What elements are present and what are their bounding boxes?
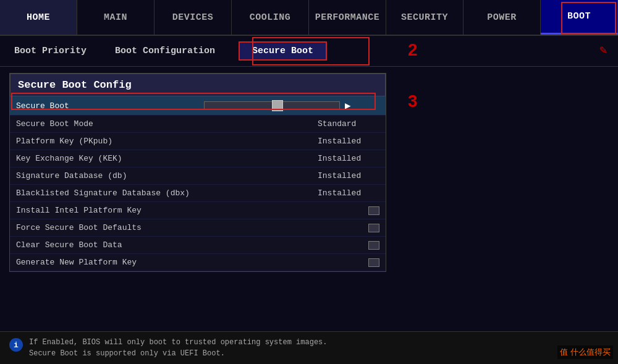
nav-tab-devices[interactable]: Devices xyxy=(154,0,232,35)
install-intel-key-label: Install Intel Platform Key xyxy=(16,206,368,215)
config-row-platform-key[interactable]: Platform Key (PKpub) Installed xyxy=(10,133,386,150)
config-row-secure-boot[interactable]: Secure Boot ▶ xyxy=(10,96,386,116)
info-icon: i xyxy=(9,338,23,352)
config-row-force-defaults[interactable]: Force Secure Boot Defaults xyxy=(10,219,386,237)
pencil-annotation: ✎ xyxy=(599,42,607,57)
blacklisted-db-value: Installed xyxy=(318,188,379,198)
config-row-gen-key[interactable]: Generate New Platform Key xyxy=(10,254,386,271)
platform-key-value: Installed xyxy=(318,137,379,146)
sig-db-value: Installed xyxy=(318,171,379,180)
platform-key-label: Platform Key (PKpub) xyxy=(16,137,318,146)
clear-data-button[interactable] xyxy=(368,241,379,250)
slider-thumb[interactable] xyxy=(272,100,283,111)
secure-boot-label: Secure Boot xyxy=(16,101,198,111)
force-defaults-label: Force Secure Boot Defaults xyxy=(16,223,368,232)
info-line2: Secure Boot is supported only via UEFI B… xyxy=(29,349,225,358)
config-table: Secure Boot Config Secure Boot ▶ Secure … xyxy=(9,73,386,272)
gen-key-button[interactable] xyxy=(368,258,379,267)
sub-navigation: Boot Priority Boot Configuration Secure … xyxy=(0,36,618,67)
kek-label: Key Exchange Key (KEK) xyxy=(16,154,318,163)
secure-boot-mode-value: Standard xyxy=(318,119,379,129)
gen-key-label: Generate New Platform Key xyxy=(16,258,368,267)
nav-tab-security[interactable]: Security xyxy=(386,0,464,35)
config-row-sig-db[interactable]: Signature Database (db) Installed xyxy=(10,167,386,185)
secure-boot-toggle[interactable]: ▶ xyxy=(198,99,379,112)
info-line1: If Enabled, BIOS will only boot to trust… xyxy=(29,338,327,347)
sub-tab-secure-boot[interactable]: Secure Boot xyxy=(239,41,327,61)
slider-track[interactable] xyxy=(204,101,340,110)
nav-tab-cooling[interactable]: Cooling xyxy=(232,0,309,35)
info-text: If Enabled, BIOS will only boot to trust… xyxy=(29,337,327,359)
nav-tab-main[interactable]: Main xyxy=(77,0,154,35)
nav-tab-performance[interactable]: Performance xyxy=(309,0,386,35)
blacklisted-db-label: Blacklisted Signature Database (dbx) xyxy=(16,188,318,198)
cursor-arrow: ▶ xyxy=(345,99,351,112)
main-content: Secure Boot Config Secure Boot ▶ Secure … xyxy=(0,67,618,278)
nav-tab-power[interactable]: Power xyxy=(464,0,541,35)
install-intel-key-button[interactable] xyxy=(368,206,379,215)
nav-tab-home[interactable]: Home xyxy=(0,0,77,35)
config-row-install-intel-key[interactable]: Install Intel Platform Key xyxy=(10,202,386,219)
sub-tab-boot-priority[interactable]: Boot Priority xyxy=(9,43,91,59)
config-row-secure-boot-mode[interactable]: Secure Boot Mode Standard xyxy=(10,116,386,133)
sig-db-label: Signature Database (db) xyxy=(16,171,318,180)
force-defaults-button[interactable] xyxy=(368,224,379,232)
config-row-clear-data[interactable]: Clear Secure Boot Data xyxy=(10,237,386,254)
nav-tab-boot[interactable]: Boot xyxy=(541,0,618,35)
top-navigation: Home Main Devices Cooling Performance Se… xyxy=(0,0,618,36)
section-title: Secure Boot Config xyxy=(10,74,386,96)
secure-boot-mode-label: Secure Boot Mode xyxy=(16,119,318,129)
bottom-info-bar: i If Enabled, BIOS will only boot to tru… xyxy=(0,331,618,364)
config-row-kek[interactable]: Key Exchange Key (KEK) Installed xyxy=(10,150,386,167)
annotation-3: 3 xyxy=(408,91,418,111)
watermark: 值 什么值得买 xyxy=(557,345,613,359)
clear-data-label: Clear Secure Boot Data xyxy=(16,240,368,250)
sub-tab-boot-configuration[interactable]: Boot Configuration xyxy=(110,43,220,59)
annotation-2: 2 xyxy=(408,40,418,60)
kek-value: Installed xyxy=(318,154,379,163)
config-row-blacklisted-db[interactable]: Blacklisted Signature Database (dbx) Ins… xyxy=(10,185,386,202)
